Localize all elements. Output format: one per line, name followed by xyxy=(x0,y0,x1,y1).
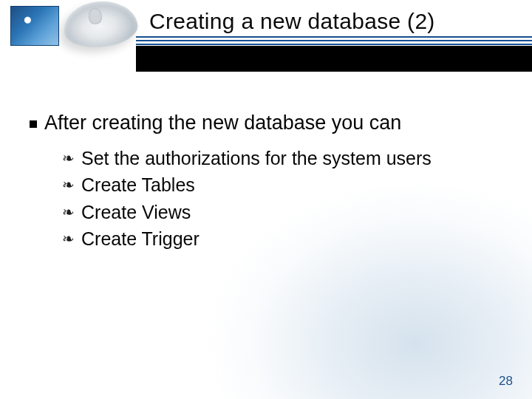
header-black-bar xyxy=(136,46,532,72)
header-divider xyxy=(136,36,532,72)
slide-title: Creating a new database (2) xyxy=(149,9,435,34)
swash-bullet-icon: ❧ xyxy=(62,173,81,192)
list-item-text: Set the authorizations for the system us… xyxy=(81,146,432,171)
monitor-photo xyxy=(10,6,59,46)
list-item-text: Create Tables xyxy=(81,173,195,197)
swash-bullet-icon: ❧ xyxy=(62,146,81,166)
list-item: ❧ Set the authorizations for the system … xyxy=(62,146,502,171)
swash-bullet-icon: ❧ xyxy=(62,227,81,246)
level1-bullet: After creating the new database you can xyxy=(30,111,502,136)
mouse-image xyxy=(61,0,140,51)
slide: Creating a new database (2) After creati… xyxy=(0,0,532,399)
list-item-text: Create Views xyxy=(81,200,191,225)
page-number: 28 xyxy=(499,374,513,389)
square-bullet-icon xyxy=(30,120,37,128)
level2-list: ❧ Set the authorizations for the system … xyxy=(62,146,502,251)
list-item-text: Create Trigger xyxy=(81,227,200,251)
slide-header: Creating a new database (2) xyxy=(0,0,532,75)
list-item: ❧ Create Views xyxy=(62,200,502,225)
swash-bullet-icon: ❧ xyxy=(62,200,81,219)
list-item: ❧ Create Trigger xyxy=(62,227,502,251)
slide-body: After creating the new database you can … xyxy=(30,111,502,254)
list-item: ❧ Create Tables xyxy=(62,173,502,197)
level1-text: After creating the new database you can xyxy=(44,112,401,134)
